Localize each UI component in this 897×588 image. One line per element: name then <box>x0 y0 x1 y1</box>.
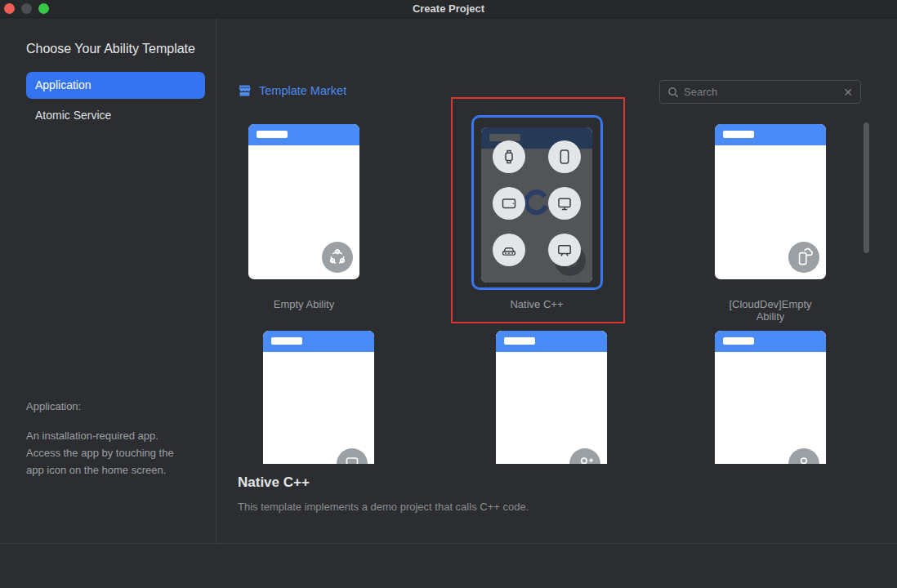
card-header-chip <box>504 337 535 345</box>
info-title: Application: <box>26 400 191 412</box>
template-type-info: Application: An installation-required ap… <box>26 400 191 479</box>
sidebar-heading: Choose Your Ability Template <box>26 42 195 56</box>
sidebar-item-application[interactable]: Application <box>26 72 205 99</box>
card-header <box>263 331 374 352</box>
template-badge-icon <box>337 448 368 464</box>
info-body: An installation-required app. Access the… <box>26 427 191 479</box>
zoom-window-button[interactable] <box>38 3 49 14</box>
selected-template-title: Native C++ <box>238 474 310 491</box>
vertical-scrollbar-thumb[interactable] <box>864 122 869 253</box>
template-badge-icon <box>788 448 819 464</box>
sidebar-item-atomic-service[interactable]: Atomic Service <box>26 102 205 129</box>
tablet-icon <box>493 187 525 220</box>
template-card-row2[interactable] <box>263 331 374 464</box>
car-icon <box>493 234 525 266</box>
template-card-empty-ability[interactable] <box>248 124 359 279</box>
card-header <box>496 331 607 352</box>
sidebar: Choose Your Ability Template Application… <box>0 18 216 543</box>
card-header <box>715 331 826 352</box>
sidebar-item-label: Atomic Service <box>35 109 111 122</box>
template-card-native-cpp[interactable] <box>481 127 592 283</box>
watch-icon <box>493 140 525 173</box>
template-card-row2[interactable] <box>715 331 826 464</box>
phone-icon <box>548 140 581 173</box>
template-gallery: Template Market ✕ <box>216 18 897 543</box>
template-badge-icon <box>569 448 600 464</box>
card-header <box>715 124 826 145</box>
minimize-window-button <box>21 3 32 14</box>
card-header-chip <box>723 337 754 345</box>
smart-tv-icon <box>548 234 581 266</box>
phone-cloud-icon <box>788 242 819 273</box>
template-card-clouddev-empty-ability[interactable] <box>715 124 826 279</box>
title-bar: Create Project <box>0 0 897 18</box>
harmony-ring-icon <box>322 242 353 273</box>
selected-template-description: This template implements a demo project … <box>238 501 529 513</box>
dialog-footer: ? Cancel Previous Next <box>0 543 897 588</box>
search-field[interactable]: ✕ <box>659 80 861 104</box>
device-support-overlay <box>481 127 592 283</box>
clear-search-icon[interactable]: ✕ <box>843 87 853 98</box>
template-name-label: Native C++ <box>481 298 592 310</box>
card-header-chip <box>723 131 754 138</box>
window-controls <box>4 3 49 14</box>
storefront-icon <box>238 84 252 97</box>
monitor-icon <box>548 187 581 220</box>
search-input[interactable] <box>684 86 838 98</box>
template-card-row2[interactable] <box>496 331 607 464</box>
close-window-button[interactable] <box>4 3 15 14</box>
window-title: Create Project <box>413 2 484 15</box>
sidebar-item-label: Application <box>35 78 91 91</box>
card-header-chip <box>257 131 288 138</box>
card-header-chip <box>271 337 302 345</box>
template-name-label: [CloudDev]Empty Ability <box>715 298 826 323</box>
template-market-link[interactable]: Template Market <box>238 84 346 97</box>
template-name-label: Empty Ability <box>248 298 359 310</box>
card-header <box>248 124 359 145</box>
template-market-label: Template Market <box>259 84 346 97</box>
search-icon <box>667 87 679 98</box>
